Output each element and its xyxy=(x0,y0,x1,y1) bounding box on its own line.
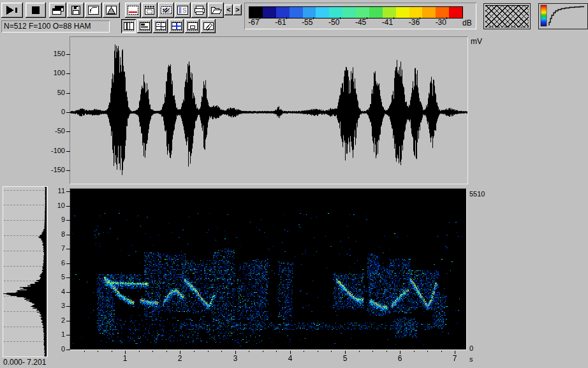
colorbar-segment xyxy=(356,7,369,18)
hatch-pattern-panel xyxy=(483,3,531,29)
mv-axis-tick xyxy=(66,131,70,132)
colorbar-segment xyxy=(369,7,383,18)
mv-axis-tick xyxy=(66,54,70,55)
time-range-label: 0.000- 7.201 xyxy=(3,358,46,367)
edit-icon xyxy=(203,22,214,31)
gain-curve-button[interactable] xyxy=(85,3,102,18)
spectrogram-plot[interactable] xyxy=(70,189,466,350)
freq-tick-label: 9 xyxy=(50,216,65,224)
freq-axis-tick xyxy=(66,335,70,335)
time-axis-minor-tick xyxy=(84,351,85,352)
layout-rows-icon xyxy=(139,22,151,31)
freq-tick-label: 1 xyxy=(50,330,65,339)
db-tick-label: -36 xyxy=(404,18,424,27)
open-file-button[interactable] xyxy=(208,3,224,18)
db-tick-label: -30 xyxy=(430,18,451,27)
freq-tick-label: 6 xyxy=(50,259,65,267)
zoom-selection-button[interactable] xyxy=(142,3,158,18)
freq-axis-tick xyxy=(66,350,70,350)
prev-button[interactable]: < xyxy=(224,4,233,15)
colorbar-tick xyxy=(313,17,314,19)
colorbar-segment xyxy=(342,7,356,18)
save-icon xyxy=(70,6,82,15)
mv-axis-tick xyxy=(66,151,70,152)
mv-tick-label: -150 xyxy=(40,166,65,174)
spectrum-window-button[interactable] xyxy=(103,3,120,18)
freq-tick-label: 7 xyxy=(50,244,65,253)
time-tick-label: 4 xyxy=(284,355,297,363)
time-axis-minor-tick xyxy=(318,351,318,352)
print-button[interactable] xyxy=(191,3,207,18)
zoom-selection-icon xyxy=(144,6,156,15)
freq-axis-tick xyxy=(66,220,70,221)
spectrum-window-icon xyxy=(106,6,117,15)
next-icon: > xyxy=(235,6,239,13)
freq-axis-tick xyxy=(66,191,70,192)
waveform-unit-label: mV xyxy=(471,37,482,46)
layout-single-button[interactable] xyxy=(185,19,200,33)
time-tick-label: 1 xyxy=(119,355,131,363)
layout-single-icon xyxy=(187,22,198,31)
layout-rows-button[interactable] xyxy=(137,19,152,33)
mv-tick-label: 100 xyxy=(40,69,65,77)
time-axis-minor-tick xyxy=(152,351,153,352)
play-button[interactable] xyxy=(1,3,23,18)
colorbar-tick xyxy=(446,17,447,19)
freq-zero-right-label: 0 xyxy=(469,344,473,353)
settings-s-button[interactable]: S xyxy=(175,3,191,18)
freq-tick-label: 11 xyxy=(50,187,65,195)
time-tick-label: 3 xyxy=(229,355,242,363)
stop-icon xyxy=(32,6,40,14)
freq-tick-label: 3 xyxy=(50,302,65,310)
layout-columns-button[interactable] xyxy=(121,19,136,33)
freq-tick-label: 8 xyxy=(50,230,65,239)
freq-axis-tick xyxy=(66,292,70,293)
gain-curve-icon xyxy=(88,6,99,15)
colorbar-segment xyxy=(316,7,329,18)
layout-columns-icon xyxy=(123,22,135,31)
mv-tick-label: 150 xyxy=(40,50,65,58)
mean-spectrum-plot[interactable] xyxy=(3,187,47,357)
colorbar-segment xyxy=(276,7,290,18)
colorbar-segment xyxy=(436,7,449,18)
db-tick-label: -67 xyxy=(244,18,264,27)
time-axis-minor-tick xyxy=(359,351,360,352)
layout-quad-button[interactable] xyxy=(153,19,168,33)
waveform-window-icon xyxy=(128,6,139,15)
db-tick-label: -50 xyxy=(324,18,344,27)
spectrogram-app-window: S < > N=512 F=100 O=88 HAM dB xyxy=(0,0,588,368)
save-button[interactable] xyxy=(67,3,84,18)
time-axis-minor-tick xyxy=(427,351,428,352)
fft-settings-status[interactable]: N=512 F=100 O=88 HAM xyxy=(1,20,110,33)
colorbar-segment xyxy=(449,7,462,18)
colorbar-tick xyxy=(420,17,420,19)
stop-button[interactable] xyxy=(26,3,46,18)
time-axis-minor-tick xyxy=(441,351,442,352)
time-axis-minor-tick xyxy=(194,351,195,352)
time-axis-minor-tick xyxy=(98,351,98,352)
mv-tick-label: -50 xyxy=(40,127,65,135)
colorbar-segment xyxy=(263,7,276,18)
mv-tick-label: 50 xyxy=(40,89,65,97)
freq-axis-tick xyxy=(66,263,70,264)
time-axis-minor-tick xyxy=(221,351,222,352)
time-axis-minor-tick xyxy=(304,351,304,352)
edit-annotate-button[interactable] xyxy=(201,19,216,33)
time-axis-minor-tick xyxy=(112,351,112,352)
next-button[interactable]: > xyxy=(233,4,242,15)
freq-tick-label: 10 xyxy=(50,202,65,210)
time-unit-label: s xyxy=(469,355,473,364)
open-file-icon xyxy=(210,6,222,15)
time-tick-label: 7 xyxy=(448,355,461,363)
waveform-plot[interactable] xyxy=(70,37,467,184)
waveform-window-button[interactable] xyxy=(125,3,141,18)
freq-tick-label: 2 xyxy=(50,316,65,325)
freq-axis-tick xyxy=(66,306,70,307)
settings-s-icon: S xyxy=(177,6,189,15)
freq-axis-tick xyxy=(66,277,70,278)
cascade-windows-button[interactable] xyxy=(49,3,66,18)
shade-selection-button[interactable] xyxy=(158,3,174,18)
layout-cross-blue-button[interactable] xyxy=(169,19,184,33)
layout-quad-icon xyxy=(155,22,166,31)
colorbar-segment xyxy=(303,7,316,18)
